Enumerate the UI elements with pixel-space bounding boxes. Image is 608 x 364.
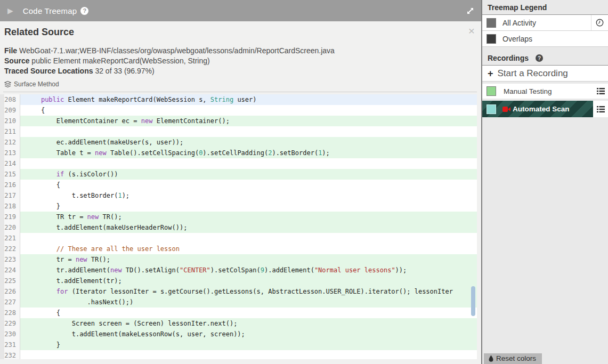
surface-method-tag: Surface Method <box>4 80 59 88</box>
traced-label: Traced Source Locations <box>4 67 93 75</box>
all-activity-time-button[interactable] <box>591 15 608 30</box>
list-menu-icon <box>597 106 605 112</box>
list-menu-icon <box>597 88 605 94</box>
line-text: { <box>20 308 477 318</box>
automated-scan-menu-button[interactable] <box>593 101 608 117</box>
recording-main[interactable]: Manual Testing <box>482 84 593 99</box>
code-line: 223 tr = new TR(); <box>0 254 477 265</box>
all-activity-label: All Activity <box>502 19 591 27</box>
line-text: if (s.isColor()) <box>20 169 477 180</box>
code-line: 227 .hasNext();) <box>0 297 477 308</box>
code-line: 216 { <box>0 180 477 190</box>
line-text: Table t = new Table().setCellSpacing(0).… <box>20 148 477 158</box>
overlaps-swatch <box>487 34 496 44</box>
code-scrollbar-thumb[interactable] <box>471 286 475 316</box>
clock-icon <box>596 19 604 27</box>
expand-icon[interactable] <box>466 6 475 15</box>
line-text: t.setBorder(1); <box>20 190 477 201</box>
video-camera-icon <box>502 107 510 112</box>
code-line: 219 TR tr = new TR(); <box>0 212 477 222</box>
line-text: t.addElement(makeUserHeaderRow()); <box>20 222 477 233</box>
recording-row-manual-testing[interactable]: Manual Testing <box>482 84 608 99</box>
source-label: Source <box>4 56 29 65</box>
code-line: 212 ec.addElement(makeUser(s, user)); <box>0 137 477 148</box>
start-recording-button[interactable]: + Start a Recording <box>482 66 608 82</box>
treemap-title: Code Treemap <box>23 6 77 15</box>
recording-main[interactable]: Automated Scan <box>482 101 593 117</box>
legend-item-all-activity[interactable]: All Activity <box>482 15 608 31</box>
traced-value: 32 of 33 (96.97%) <box>95 67 154 75</box>
line-text: } <box>20 339 477 350</box>
line-text: tr = new TR(); <box>20 254 477 265</box>
code-line: 230 t.addElement(makeLessonRow(s, user, … <box>0 329 477 339</box>
treemap-sidebar: Treemap Legend All Activity Overlaps Rec… <box>481 0 608 364</box>
line-text: ElementContainer ec = new ElementContain… <box>20 116 477 126</box>
line-text: for (Iterator lessonIter = s.getCourse()… <box>20 286 477 297</box>
code-left-strip <box>0 94 4 359</box>
line-text: .hasNext();) <box>20 297 477 308</box>
code-line: 225 t.addElement(tr); <box>0 276 477 286</box>
recording-row-automated-scan[interactable]: Automated Scan <box>482 101 608 117</box>
traced-line: Traced Source Locations 32 of 33 (96.97%… <box>4 66 473 76</box>
code-line: 210 ElementContainer ec = new ElementCon… <box>0 116 477 126</box>
recordings-heading-label: Recordings <box>488 54 529 62</box>
file-line: File WebGoat-7.1.war;WEB-INF/classes/org… <box>4 46 473 56</box>
code-line: 211 <box>0 126 477 137</box>
line-text: t.addElement(tr); <box>20 276 477 286</box>
automated-scan-label: Automated Scan <box>513 105 570 113</box>
code-line: 220 t.addElement(makeUserHeaderRow()); <box>0 222 477 233</box>
code-line: 209 { <box>0 105 477 116</box>
line-text: Screen screen = (Screen) lessonIter.next… <box>20 318 477 329</box>
recordings-heading: Recordings ? <box>482 51 608 66</box>
code-line: 231 } <box>0 339 477 350</box>
surface-method-label: Surface Method <box>14 80 59 88</box>
code-line: 222 // These are all the user lesson <box>0 244 477 254</box>
code-lines: 208 public Element makeReportCard(WebSes… <box>0 94 477 359</box>
code-line: 215 if (s.isColor()) <box>0 169 477 180</box>
recordings-help-icon[interactable]: ? <box>536 54 543 62</box>
overlaps-label: Overlaps <box>502 35 608 43</box>
code-line: 208 public Element makeReportCard(WebSes… <box>0 94 477 105</box>
plus-icon: + <box>488 69 493 78</box>
related-source-title: Related Source <box>4 27 74 38</box>
legend-heading-label: Treemap Legend <box>488 3 547 12</box>
source-line: Source public Element makeReportCard(Web… <box>4 56 473 66</box>
code-line: 217 t.setBorder(1); <box>0 190 477 201</box>
line-text <box>20 126 477 137</box>
close-icon[interactable]: × <box>468 26 475 36</box>
line-text: t.addElement(makeLessonRow(s, user, scre… <box>20 329 477 339</box>
file-value: WebGoat-7.1.war;WEB-INF/classes/org/owas… <box>19 46 335 55</box>
collapse-arrow-icon[interactable]: ▶ <box>7 6 13 15</box>
line-text: { <box>20 180 477 190</box>
code-line: 224 tr.addElement(new TD().setAlign("CEN… <box>0 265 477 276</box>
app-window: ▶ Code Treemap ? Related Source × File W… <box>0 0 608 364</box>
main-panel: ▶ Code Treemap ? Related Source × File W… <box>0 0 481 364</box>
line-text: // These are all the user lesson <box>20 244 477 254</box>
line-text: ec.addElement(makeUser(s, user)); <box>20 137 477 148</box>
reset-colors-label: Reset colors <box>496 354 536 362</box>
code-line: 214 <box>0 158 477 169</box>
automated-scan-swatch <box>487 104 496 114</box>
code-line: 228 { <box>0 308 477 318</box>
line-text <box>20 350 477 359</box>
line-text: TR tr = new TR(); <box>20 212 477 222</box>
code-line: 232 <box>0 350 477 359</box>
treemap-help-icon[interactable]: ? <box>80 7 88 15</box>
source-metadata: File WebGoat-7.1.war;WEB-INF/classes/org… <box>4 46 473 76</box>
code-line: 229 Screen screen = (Screen) lessonIter.… <box>0 318 477 329</box>
treemap-header: ▶ Code Treemap ? <box>0 0 481 21</box>
start-recording-label: Start a Recording <box>498 68 568 79</box>
line-text <box>20 233 477 244</box>
source-value: public Element makeReportCard(WebSession… <box>31 56 209 65</box>
reset-colors-button[interactable]: Reset colors <box>484 353 542 364</box>
line-text: tr.addElement(new TD().setAlign("CENTER"… <box>20 265 477 276</box>
line-text <box>20 158 477 169</box>
manual-testing-menu-button[interactable] <box>593 84 608 99</box>
code-viewer[interactable]: 208 public Element makeReportCard(WebSes… <box>0 94 477 359</box>
divider <box>3 92 477 92</box>
legend-item-overlaps[interactable]: Overlaps <box>482 31 608 47</box>
code-line: 213 Table t = new Table().setCellSpacing… <box>0 148 477 158</box>
code-line: 221 <box>0 233 477 244</box>
droplet-icon <box>489 355 493 362</box>
line-text: { <box>20 105 477 116</box>
